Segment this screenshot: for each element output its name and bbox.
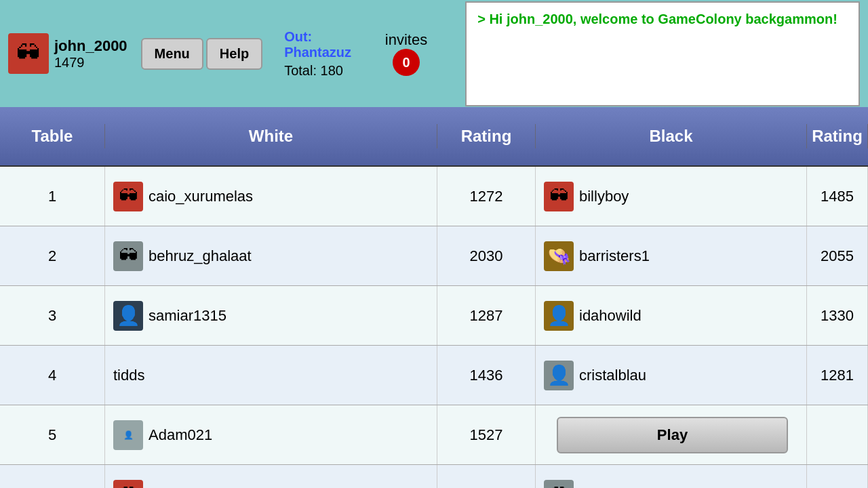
user-info: john_2000 1479 bbox=[54, 37, 127, 70]
white-name: Adam021 bbox=[149, 426, 212, 444]
invites-badge: 0 bbox=[393, 49, 420, 76]
menu-button[interactable]: Menu bbox=[141, 38, 203, 70]
table-row: 6🕶eLEMONator1613🕶mypope16593pt./Cr bbox=[0, 465, 868, 488]
cell-black-player: 🕶billyboy bbox=[536, 167, 807, 226]
cell-black-rating: 1281 bbox=[807, 346, 868, 405]
white-name: eLEMONator bbox=[149, 486, 235, 489]
cell-white-rating: 1527 bbox=[437, 405, 536, 464]
cell-white-rating: 1613 bbox=[437, 465, 536, 488]
black-name: mypope bbox=[579, 486, 632, 489]
col-rating-black: Rating bbox=[807, 124, 868, 148]
avatar: 🕶 bbox=[8, 33, 49, 74]
cell-white-rating: 2030 bbox=[437, 226, 536, 285]
username: john_2000 bbox=[54, 37, 127, 55]
white-name: samiar1315 bbox=[149, 307, 226, 325]
play-button[interactable]: Play bbox=[557, 417, 788, 453]
cell-white-rating: 1436 bbox=[437, 346, 536, 405]
white-avatar: 🕶 bbox=[113, 241, 143, 271]
black-name: billyboy bbox=[579, 188, 629, 205]
cell-white-rating: 1272 bbox=[437, 167, 536, 226]
chat-message: > Hi john_2000, welcome to GameColony ba… bbox=[477, 9, 837, 28]
white-name: tidds bbox=[113, 367, 144, 384]
black-name: cristalblau bbox=[579, 367, 646, 384]
cell-table-num: 5 bbox=[0, 405, 105, 464]
chat-box: > Hi john_2000, welcome to GameColony ba… bbox=[465, 1, 860, 106]
cell-table-num: 2 bbox=[0, 226, 105, 285]
top-bar: 🕶 john_2000 1479 Menu Help Out: Phantazu… bbox=[0, 0, 868, 107]
help-button[interactable]: Help bbox=[206, 38, 262, 70]
black-avatar: 👒 bbox=[544, 241, 574, 271]
white-avatar: 🕶 bbox=[113, 480, 143, 489]
cell-black-rating: 1330 bbox=[807, 286, 868, 345]
col-table: Table bbox=[0, 124, 105, 148]
cell-white-player: 🕶caio_xurumelas bbox=[105, 167, 437, 226]
cell-white-rating: 1287 bbox=[437, 286, 536, 345]
out-text: Out: Phantazuz bbox=[284, 29, 374, 60]
white-avatar: 🕶 bbox=[113, 182, 143, 211]
table-row: 1🕶caio_xurumelas1272🕶billyboy14852pt./Cr bbox=[0, 167, 868, 226]
white-avatar: 👤 bbox=[113, 420, 143, 450]
cell-black-rating: 2055 bbox=[807, 226, 868, 285]
table-row: 4tidds1436👤cristalblau12811pt.noDbl bbox=[0, 346, 868, 405]
table-row: 3👤samiar13151287👤idahowild13301pt. bbox=[0, 286, 868, 346]
cell-black-player: Play bbox=[536, 405, 807, 464]
cell-white-player: 👤Adam021 bbox=[105, 405, 437, 464]
black-avatar: 🕶 bbox=[544, 480, 574, 489]
cell-white-player: 👤samiar1315 bbox=[105, 286, 437, 345]
cell-black-rating: 1485 bbox=[807, 167, 868, 226]
out-and-total: Out: Phantazuz Total: 180 bbox=[284, 29, 374, 79]
cell-white-player: tidds bbox=[105, 346, 437, 405]
cell-table-num: 3 bbox=[0, 286, 105, 345]
table-header: Table White Rating Black Rating Match bbox=[0, 107, 868, 167]
cell-black-player: 🕶mypope bbox=[536, 465, 807, 488]
cell-black-player: 👤cristalblau bbox=[536, 346, 807, 405]
white-name: caio_xurumelas bbox=[149, 188, 253, 205]
col-black: Black bbox=[536, 124, 807, 148]
black-avatar: 👤 bbox=[544, 301, 574, 331]
white-name: behruz_ghalaat bbox=[149, 247, 252, 265]
white-avatar: 👤 bbox=[113, 301, 143, 331]
cell-white-player: 🕶behruz_ghalaat bbox=[105, 226, 437, 285]
black-name: idahowild bbox=[579, 307, 642, 325]
user-rating: 1479 bbox=[54, 55, 127, 70]
cell-black-rating bbox=[807, 405, 868, 464]
invites-section: invites 0 bbox=[385, 31, 427, 76]
cell-black-player: 👒barristers1 bbox=[536, 226, 807, 285]
black-name: barristers1 bbox=[579, 247, 650, 265]
data-table: 1🕶caio_xurumelas1272🕶billyboy14852pt./Cr… bbox=[0, 167, 868, 488]
buttons-section: Menu Help bbox=[141, 38, 263, 70]
user-section: 🕶 john_2000 1479 bbox=[8, 33, 127, 74]
cell-black-rating: 1659 bbox=[807, 465, 868, 488]
table-row: 2🕶behruz_ghalaat2030👒barristers120551pt. bbox=[0, 226, 868, 286]
cell-white-player: 🕶eLEMONator bbox=[105, 465, 437, 488]
cell-black-player: 👤idahowild bbox=[536, 286, 807, 345]
col-white: White bbox=[105, 124, 437, 148]
col-rating-white: Rating bbox=[437, 124, 536, 148]
total-text: Total: 180 bbox=[284, 63, 374, 79]
cell-table-num: 4 bbox=[0, 346, 105, 405]
cell-table-num: 6 bbox=[0, 465, 105, 488]
black-avatar: 🕶 bbox=[544, 182, 574, 211]
black-avatar: 👤 bbox=[544, 361, 574, 390]
table-row: 5👤Adam0211527Play1pt.noDbl bbox=[0, 405, 868, 465]
cell-table-num: 1 bbox=[0, 167, 105, 226]
invites-label: invites bbox=[385, 31, 427, 49]
